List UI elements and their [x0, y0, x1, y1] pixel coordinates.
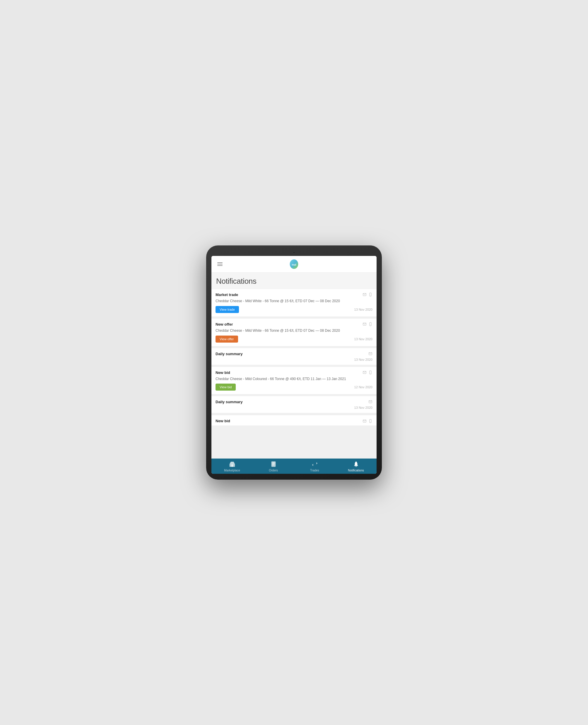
notif-icons — [362, 322, 373, 326]
view-offer-button[interactable]: View offer — [215, 336, 238, 343]
email-icon — [362, 370, 366, 375]
app-header: nui — [211, 256, 377, 273]
notif-title: Daily summary — [215, 400, 243, 404]
notif-date-section: 13 Nov 2020 — [215, 358, 373, 361]
notif-description: Cheddar Cheese - Mild White - 66 Tonne @… — [215, 328, 373, 333]
notif-title: New bid — [215, 370, 230, 375]
notif-icons — [369, 400, 373, 404]
svg-rect-6 — [370, 322, 371, 326]
tablet-device: nui Notifications Market trade Cheddar C… — [206, 246, 382, 479]
notif-icons — [362, 419, 373, 423]
notif-date: 13 Nov 2020 — [215, 358, 373, 361]
nav-item-trades[interactable]: Trades — [294, 459, 335, 474]
notif-title: Daily summary — [215, 352, 243, 356]
nav-label-orders: Orders — [269, 469, 278, 472]
svg-rect-18 — [230, 462, 234, 463]
notif-title: Market trade — [215, 293, 238, 297]
svg-rect-20 — [271, 462, 276, 467]
partial-notification-card: New bid — [211, 415, 377, 425]
notif-description: Cheddar Cheese - Mild White - 66 Tonne @… — [215, 299, 373, 304]
marketplace-icon — [229, 461, 235, 468]
notif-header: Daily summary — [215, 352, 373, 356]
logo: nui — [289, 259, 299, 270]
nav-item-notifications[interactable]: Notifications — [335, 459, 377, 474]
notif-date: 12 Nov 2020 — [236, 385, 373, 389]
view-bid-button[interactable]: View bid — [215, 384, 236, 391]
notif-footer: View offer 13 Nov 2020 — [215, 336, 373, 343]
email-icon — [362, 322, 366, 326]
partial-header: New bid — [215, 419, 373, 423]
notif-date: 13 Nov 2020 — [239, 308, 373, 311]
email-icon — [369, 400, 373, 404]
nui-logo: nui — [289, 259, 299, 270]
notif-header: Market trade — [215, 293, 373, 297]
svg-text:nui: nui — [292, 263, 296, 266]
notif-footer: View bid 12 Nov 2020 — [215, 384, 373, 391]
notification-card: New offer Cheddar Cheese - Mild White - … — [211, 319, 377, 346]
notif-header: Daily summary — [215, 400, 373, 404]
notification-card: Market trade Cheddar Cheese - Mild White… — [211, 289, 377, 317]
notif-title: New offer — [215, 322, 233, 326]
hamburger-button[interactable] — [216, 261, 224, 267]
notif-description: Cheddar Cheese - Mild Coloured - 66 Tonn… — [215, 377, 373, 382]
nav-item-marketplace[interactable]: Marketplace — [211, 459, 253, 474]
page-title-section: Notifications — [211, 273, 377, 289]
email-icon — [362, 293, 366, 297]
notif-date-section: 13 Nov 2020 — [215, 406, 373, 409]
trades-icon — [312, 461, 318, 468]
email-icon — [362, 419, 366, 423]
tablet-camera — [293, 251, 295, 254]
tablet-screen: nui Notifications Market trade Cheddar C… — [211, 256, 377, 474]
nav-label-notifications: Notifications — [348, 469, 364, 472]
bottom-nav: Marketplace Orders — [211, 459, 377, 474]
notif-icons — [362, 293, 373, 297]
mobile-icon — [369, 322, 373, 326]
notif-footer: View trade 13 Nov 2020 — [215, 306, 373, 313]
notif-icons — [369, 352, 373, 356]
nav-item-orders[interactable]: Orders — [253, 459, 294, 474]
svg-rect-10 — [370, 371, 371, 374]
notifications-icon — [353, 461, 359, 468]
notification-card: Daily summary 13 Nov 2020 — [211, 396, 377, 413]
notification-card: New bid Cheddar Cheese - Mild Coloured -… — [211, 367, 377, 395]
mobile-icon — [369, 293, 373, 297]
notif-header: New bid — [215, 370, 373, 375]
page-title: Notifications — [216, 277, 372, 286]
nav-label-trades: Trades — [310, 469, 319, 472]
notif-date: 13 Nov 2020 — [238, 337, 373, 341]
svg-rect-14 — [370, 419, 371, 423]
orders-icon — [270, 461, 277, 468]
nav-label-marketplace: Marketplace — [224, 469, 240, 472]
notification-card: Daily summary 13 Nov 2020 — [211, 348, 377, 365]
notif-header: New offer — [215, 322, 373, 326]
view-trade-button[interactable]: View trade — [215, 306, 239, 313]
mobile-icon — [369, 419, 373, 423]
notif-date: 13 Nov 2020 — [215, 406, 373, 409]
notif-icons — [362, 370, 373, 375]
notif-title: New bid — [215, 419, 230, 423]
notifications-list: Market trade Cheddar Cheese - Mild White… — [211, 289, 377, 459]
svg-rect-19 — [231, 464, 233, 467]
svg-point-26 — [356, 466, 356, 467]
mobile-icon — [369, 370, 373, 375]
email-icon — [369, 352, 373, 356]
